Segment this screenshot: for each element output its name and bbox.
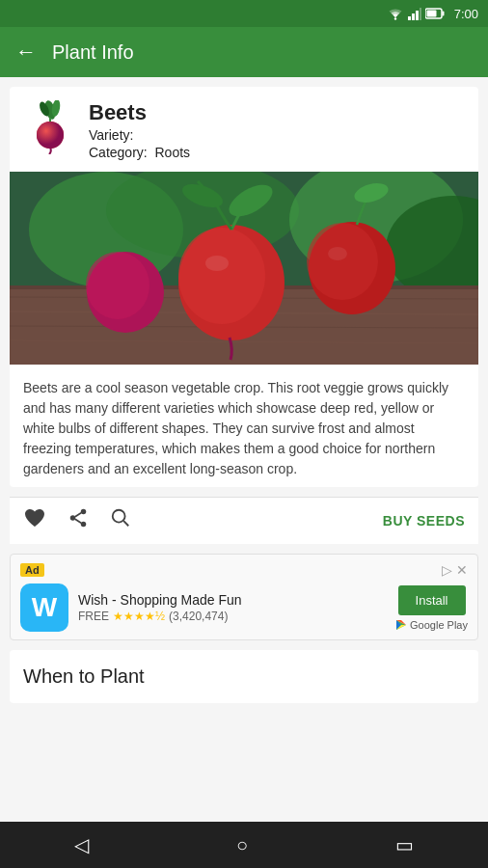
buy-seeds-button[interactable]: BUY SEEDS	[383, 513, 465, 529]
ad-stars: ★★★★½	[113, 610, 165, 623]
ad-app-info: Wish - Shopping Made Fun FREE ★★★★½ (3,4…	[78, 592, 386, 623]
wish-logo: W	[32, 592, 57, 623]
svg-point-37	[70, 516, 76, 522]
svg-point-36	[81, 509, 87, 515]
battery-icon	[425, 8, 445, 19]
svg-point-33	[86, 252, 149, 319]
svg-rect-6	[442, 12, 444, 16]
svg-rect-3	[416, 11, 419, 20]
svg-point-0	[393, 17, 395, 19]
svg-point-26	[178, 228, 265, 324]
svg-point-13	[37, 122, 64, 149]
back-button[interactable]: ←	[15, 40, 37, 65]
plant-image	[10, 172, 478, 365]
signal-icon	[408, 7, 421, 20]
plant-variety: Variety:	[89, 127, 190, 143]
svg-point-34	[205, 256, 229, 271]
action-bar: BUY SEEDS	[10, 497, 478, 544]
ad-label: Ad	[20, 563, 44, 577]
search-button[interactable]	[110, 507, 131, 534]
google-play-icon	[395, 619, 407, 631]
ad-close-button[interactable]: ✕	[456, 562, 468, 578]
plant-icon	[23, 100, 77, 154]
ad-header: Ad ▷ ✕	[20, 562, 468, 578]
svg-rect-1	[408, 16, 411, 20]
ad-content: W Wish - Shopping Made Fun FREE ★★★★½ (3…	[20, 583, 468, 632]
when-to-plant-section: When to Plant	[10, 650, 478, 703]
nav-back-button[interactable]: ◁	[74, 833, 89, 856]
svg-line-42	[123, 522, 128, 527]
ad-info-icon[interactable]: ▷	[442, 562, 452, 578]
plant-description: Beets are a cool season vegetable crop. …	[23, 365, 465, 487]
ad-app-name: Wish - Shopping Made Fun	[78, 592, 386, 608]
ad-banner: Ad ▷ ✕ W Wish - Shopping Made Fun FREE ★…	[10, 554, 478, 640]
action-icons	[23, 507, 131, 534]
when-to-plant-title: When to Plant	[23, 665, 465, 688]
plant-category: Category: Roots	[89, 145, 190, 160]
status-time: 7:00	[454, 7, 478, 21]
plant-header: Beets Variety: Category: Roots	[23, 100, 465, 172]
app-bar: ← Plant Info	[0, 27, 488, 77]
app-bar-title: Plant Info	[52, 41, 134, 64]
nav-recents-button[interactable]: ▭	[395, 833, 414, 856]
install-button[interactable]: Install	[398, 585, 466, 615]
svg-point-38	[81, 522, 87, 528]
main-content: Beets Variety: Category: Roots	[0, 77, 488, 822]
svg-point-35	[328, 247, 347, 260]
wifi-icon	[387, 7, 404, 20]
ad-reviews: (3,420,474)	[169, 610, 228, 623]
bottom-nav: ◁ ○ ▭	[0, 822, 488, 868]
ad-close-icons: ▷ ✕	[442, 562, 468, 578]
google-play-badge: Google Play	[395, 619, 468, 631]
status-bar: 7:00	[0, 0, 488, 27]
ad-install-col: Install Google Play	[395, 585, 468, 631]
svg-rect-4	[420, 8, 421, 20]
plant-text-info: Beets Variety: Category: Roots	[89, 100, 190, 160]
svg-point-41	[113, 510, 125, 523]
svg-rect-7	[426, 11, 436, 17]
svg-line-40	[75, 520, 81, 524]
svg-rect-2	[412, 14, 415, 20]
nav-home-button[interactable]: ○	[236, 834, 248, 856]
plant-name: Beets	[89, 100, 190, 125]
favorite-button[interactable]	[23, 507, 46, 534]
svg-point-30	[307, 223, 378, 300]
status-icons	[387, 7, 445, 20]
svg-line-39	[75, 513, 81, 517]
share-button[interactable]	[68, 507, 89, 534]
ad-app-price: FREE ★★★★½ (3,420,474)	[78, 610, 386, 623]
wish-app-icon: W	[20, 583, 68, 632]
plant-info-card: Beets Variety: Category: Roots	[10, 87, 478, 487]
google-play-text: Google Play	[410, 619, 468, 631]
